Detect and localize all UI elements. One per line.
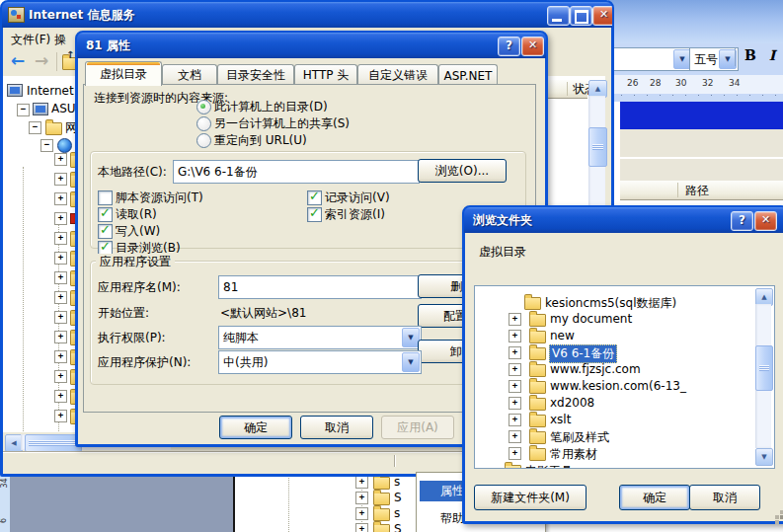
tree-expand-icon[interactable]: [54, 390, 67, 403]
exec-permissions-combo[interactable]: 纯脚本: [218, 326, 422, 349]
new-folder-button[interactable]: 新建文件夹(M): [474, 485, 587, 510]
checkbox-label[interactable]: 索引资源(I): [325, 206, 385, 223]
help-button[interactable]: [731, 211, 753, 231]
tab-virtual-directory[interactable]: 虚拟目录: [85, 61, 162, 86]
menu-file[interactable]: 文件(F): [11, 32, 50, 48]
tree-expand-icon[interactable]: [509, 330, 521, 342]
font-name-combo[interactable]: [608, 47, 693, 71]
tree-item-label: www.kesion.com(6-13_: [550, 379, 686, 393]
font-size-combo[interactable]: 五号: [689, 47, 739, 71]
tree-expand-icon[interactable]: [509, 430, 521, 443]
tab-documents[interactable]: 文档: [162, 64, 217, 86]
tree-expand-icon[interactable]: [509, 397, 521, 410]
checkbox-script-access[interactable]: [98, 190, 113, 205]
close-button[interactable]: [521, 37, 544, 56]
tree-expand-icon[interactable]: [54, 212, 67, 225]
checkbox-write[interactable]: [98, 224, 113, 239]
tree-expand-icon[interactable]: [54, 271, 67, 284]
tree-expand-icon[interactable]: [355, 523, 368, 532]
scroll-down-icon[interactable]: ▼: [755, 448, 773, 466]
tree-expand-icon[interactable]: [509, 346, 521, 359]
tree-expand-icon[interactable]: [509, 414, 521, 426]
app-name-input[interactable]: 81: [218, 275, 422, 299]
tree-expand-icon[interactable]: [54, 350, 67, 363]
tree-expand-icon[interactable]: [54, 291, 67, 304]
close-button[interactable]: [754, 211, 777, 231]
radio-label[interactable]: 此计算机上的目录(D): [214, 99, 328, 115]
menu-action[interactable]: 操: [54, 32, 66, 48]
ok-button[interactable]: 确定: [619, 485, 690, 510]
radio-label[interactable]: 重定向到 URL(U): [214, 132, 307, 149]
tab-directory-security[interactable]: 目录安全性: [217, 64, 294, 86]
local-path-label: 本地路径(C):: [98, 164, 167, 181]
folder-tree-item[interactable]: 电影工具: [475, 462, 772, 469]
tree-expand-icon[interactable]: [54, 192, 67, 205]
path-column-header[interactable]: 路径: [685, 183, 709, 199]
radio-label[interactable]: 另一台计算机上的共享(S): [214, 115, 350, 132]
folder-tree-item[interactable]: 常用素材: [475, 445, 772, 462]
checkbox-index-resource[interactable]: [307, 207, 322, 222]
italic-button[interactable]: I: [764, 47, 780, 67]
tree-expand-icon[interactable]: [509, 447, 521, 460]
scrollbar-thumb[interactable]: [588, 127, 607, 167]
folder-tree-item[interactable]: 笔刷及样式: [475, 428, 772, 445]
folder-tree-item[interactable]: kesioncms5(sql数据库): [475, 294, 772, 311]
tree-collapse-icon[interactable]: [40, 139, 53, 152]
tree-collapse-icon[interactable]: [17, 104, 30, 116]
local-path-input[interactable]: G:\V6 6-1备份: [173, 160, 420, 184]
tree-expand-icon[interactable]: [54, 173, 67, 186]
tab-custom-errors[interactable]: 自定义错误: [357, 64, 438, 86]
maximize-button[interactable]: [570, 6, 592, 26]
scrollbar-thumb[interactable]: [755, 345, 773, 391]
tree-expand-icon[interactable]: [54, 311, 67, 324]
checkbox-log-visits[interactable]: [307, 190, 322, 205]
folder-tree-item[interactable]: www.kesion.com(6-13_: [475, 378, 772, 395]
tree-expand-icon[interactable]: [509, 380, 521, 393]
tree-expand-icon[interactable]: [355, 507, 368, 520]
tree-expand-icon[interactable]: [355, 492, 368, 504]
dialog-titlebar[interactable]: 浏览文件夹: [464, 207, 783, 233]
app-protection-combo[interactable]: 中(共用): [218, 350, 422, 374]
dialog-titlebar[interactable]: 81 属性: [77, 33, 546, 58]
folder-tree-item[interactable]: xslt: [475, 412, 772, 428]
close-button[interactable]: [592, 6, 612, 26]
tree-expand-icon[interactable]: [54, 331, 67, 343]
minimize-button[interactable]: [547, 6, 570, 26]
cancel-button[interactable]: 取消: [689, 485, 760, 510]
tree-expand-icon[interactable]: [509, 363, 521, 376]
tree-expand-icon[interactable]: [509, 313, 521, 326]
folder-tree-item[interactable]: new: [475, 328, 772, 344]
iis-titlebar[interactable]: Internet 信息服务: [2, 2, 612, 28]
checkbox-label[interactable]: 读取(R): [116, 206, 157, 223]
checkbox-read[interactable]: [98, 207, 113, 222]
help-button[interactable]: [498, 37, 520, 56]
forward-icon[interactable]: →: [35, 50, 48, 70]
cancel-button[interactable]: 取消: [300, 416, 373, 439]
checkbox-label[interactable]: 脚本资源访问(T): [116, 190, 203, 206]
folder-tree-item[interactable]: xd2008: [475, 395, 772, 412]
bold-button[interactable]: B: [741, 47, 760, 67]
chevron-down-icon[interactable]: [402, 352, 420, 372]
tree-collapse-icon[interactable]: [29, 121, 41, 134]
tree-expand-icon[interactable]: [355, 476, 368, 489]
scrollbar-thumb[interactable]: [25, 434, 82, 452]
tree-expand-icon[interactable]: [54, 232, 67, 245]
folder-tree-item[interactable]: www.fjzsjc.com: [475, 361, 772, 378]
checkbox-label[interactable]: 写入(W): [116, 223, 160, 240]
radio-redirect[interactable]: [196, 133, 211, 148]
tree-expand-icon[interactable]: [54, 370, 67, 383]
radio-directory[interactable]: [196, 100, 211, 114]
apply-button[interactable]: 应用(A): [381, 416, 454, 439]
ok-button[interactable]: 确定: [219, 416, 292, 439]
back-icon[interactable]: ←: [11, 50, 25, 70]
tree-expand-icon[interactable]: [54, 252, 67, 265]
folder-tree-item-selected[interactable]: V6 6-1备份: [475, 344, 772, 361]
folder-tree-item[interactable]: my document: [475, 311, 772, 328]
radio-share[interactable]: [196, 116, 211, 131]
tree-expand-icon[interactable]: [54, 153, 67, 166]
browse-button[interactable]: 浏览(O)...: [418, 159, 507, 183]
tab-aspnet[interactable]: ASP.NET: [438, 64, 498, 86]
tab-http-headers[interactable]: HTTP 头: [294, 64, 357, 86]
tree-expand-icon[interactable]: [54, 410, 67, 422]
checkbox-label[interactable]: 记录访问(V): [325, 190, 390, 206]
